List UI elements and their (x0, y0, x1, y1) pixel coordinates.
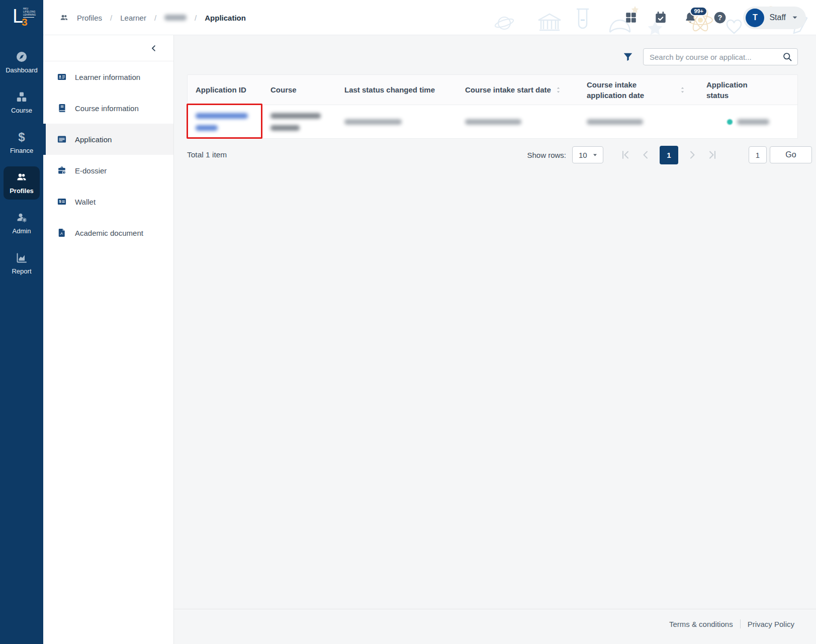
privacy-policy-link[interactable]: Privacy Policy (748, 620, 794, 628)
user-role-label: Staff (769, 13, 786, 22)
subnav-item-application[interactable]: Application (43, 124, 173, 155)
id-card-icon (57, 72, 67, 82)
chevron-down-icon (791, 14, 799, 22)
subnav-item-wallet[interactable]: $ Wallet (43, 186, 173, 217)
sidebar-item-label: Finance (10, 147, 33, 154)
primary-sidebar: L 3 HKU LIFELONG LEARNING Dashboard (0, 0, 43, 644)
column-header-last-status-changed-time: Last status changed time (336, 75, 457, 105)
table-toolbar (622, 48, 798, 65)
sidebar-item-label: Profiles (10, 187, 34, 195)
user-gear-icon (16, 212, 28, 224)
book-icon (57, 103, 67, 113)
filter-icon[interactable] (622, 51, 633, 62)
search-input[interactable] (650, 53, 782, 61)
next-page-button[interactable] (686, 149, 698, 161)
sidebar-item-finance[interactable]: $ Finance (0, 123, 43, 163)
help-icon[interactable]: ? (713, 11, 727, 24)
subnav-item-academic-document[interactable]: Academic document (43, 217, 173, 248)
redacted-course-name (270, 113, 321, 119)
sidebar-item-label: Admin (13, 227, 31, 235)
notification-badge: 99+ (690, 7, 707, 16)
breadcrumb-separator: / (110, 14, 112, 22)
table-footer-row: Total 1 item Show rows: 10 1 (187, 146, 812, 164)
pdf-file-icon (57, 228, 67, 238)
subnav-item-label: Application (75, 135, 112, 144)
sidebar-item-course[interactable]: Course (0, 82, 43, 123)
rows-per-page-select[interactable]: 10 (572, 146, 603, 163)
column-header-application-status: Application status (698, 75, 797, 105)
breadcrumb-learner[interactable]: Learner (120, 14, 146, 22)
avatar: T (746, 9, 764, 27)
main-content: Application ID Course Last status change… (174, 35, 816, 644)
header-actions: 99+ ? T Staff (624, 0, 806, 35)
go-button[interactable]: Go (770, 146, 812, 163)
column-header-course: Course (262, 75, 336, 105)
search-box (643, 48, 798, 65)
svg-text:?: ? (718, 14, 722, 22)
redacted-application-id-link[interactable] (196, 113, 248, 119)
footer: Terms & conditions Privacy Policy (669, 619, 794, 628)
redacted-application-id-link[interactable] (196, 125, 218, 131)
subnav-item-label: E-dossier (75, 166, 107, 175)
redacted-course-name (270, 125, 300, 131)
status-dot (727, 119, 733, 125)
apps-grid-icon[interactable] (624, 11, 638, 24)
applications-table: Application ID Course Last status change… (187, 74, 798, 139)
calendar-check-icon[interactable] (654, 11, 667, 24)
chart-icon (16, 252, 28, 264)
column-header-application-id: Application ID (188, 75, 262, 105)
sidebar-item-profiles[interactable]: Profiles (0, 163, 43, 203)
wallet-card-icon: $ (57, 197, 67, 207)
sort-icon[interactable] (555, 86, 562, 94)
people-icon (59, 13, 69, 23)
dollar-icon: $ (16, 131, 28, 143)
sidebar-item-label: Course (11, 107, 32, 114)
cell-last-status-changed-time (336, 105, 457, 138)
last-page-button[interactable] (706, 149, 718, 161)
user-menu[interactable]: T Staff (743, 7, 806, 29)
table-row (188, 105, 797, 138)
compass-icon (16, 51, 28, 63)
redacted-datetime (465, 119, 521, 125)
subnav-item-label: Learner information (75, 73, 140, 81)
cubes-icon (16, 91, 28, 103)
collapse-sidebar-icon[interactable] (149, 44, 158, 53)
subnav-item-label: Course information (75, 104, 139, 113)
subnav-item-course-information[interactable]: Course information (43, 93, 173, 124)
application-card-icon (57, 134, 67, 144)
pagination: Show rows: 10 1 Go (527, 146, 812, 164)
show-rows-label: Show rows: (527, 151, 566, 159)
primary-nav: Dashboard Course $ Finance (0, 42, 43, 284)
app-logo[interactable]: L 3 HKU LIFELONG LEARNING (0, 0, 43, 35)
breadcrumb-separator: / (154, 14, 156, 22)
redacted-status-label (737, 119, 769, 125)
cell-course (262, 105, 336, 138)
first-page-button[interactable] (619, 149, 631, 161)
previous-page-button[interactable] (640, 149, 652, 161)
sidebar-item-report[interactable]: Report (0, 243, 43, 284)
breadcrumb-redacted-learner-name[interactable] (164, 15, 187, 21)
table-header-row: Application ID Course Last status change… (188, 75, 797, 105)
sort-icon[interactable] (679, 86, 686, 94)
notification-bell-icon[interactable]: 99+ (684, 11, 697, 24)
sidebar-item-dashboard[interactable]: Dashboard (0, 42, 43, 82)
breadcrumb-profiles[interactable]: Profiles (77, 14, 102, 22)
sidebar-item-admin[interactable]: Admin (0, 203, 43, 243)
search-icon[interactable] (782, 52, 792, 62)
subnav-header (43, 35, 173, 61)
profile-subnav: Learner information Course information A… (43, 35, 174, 644)
current-page-button[interactable]: 1 (660, 146, 678, 164)
application-root: L 3 HKU LIFELONG LEARNING Dashboard (0, 0, 816, 644)
breadcrumb: Profiles / Learner / / Application (59, 0, 246, 35)
subnav-item-learner-information[interactable]: Learner information (43, 61, 173, 93)
goto-page-input[interactable] (749, 146, 767, 163)
cell-course-intake-start-date (457, 105, 579, 138)
subnav-item-e-dossier[interactable]: E-dossier (43, 155, 173, 186)
footer-divider (174, 609, 816, 609)
column-header-course-intake-application-date: Course intake application date (579, 75, 698, 105)
top-header-bar: Profiles / Learner / / Application 99+ ? (43, 0, 816, 35)
briefcase-clock-icon (57, 165, 67, 175)
terms-and-conditions-link[interactable]: Terms & conditions (669, 620, 733, 628)
cell-application-id (188, 105, 262, 138)
logo-caption: HKU LIFELONG LEARNING (23, 8, 34, 18)
